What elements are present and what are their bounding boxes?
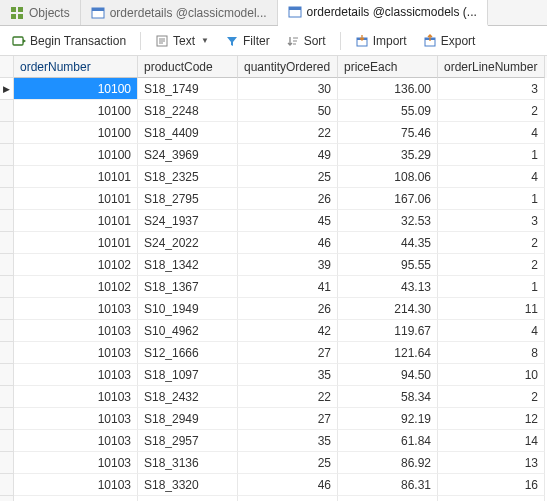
table-row[interactable]: 10101S24_20224644.352 xyxy=(0,232,547,254)
cell-orderNumber[interactable]: 10103 xyxy=(14,364,138,386)
cell-orderNumber[interactable]: 10103 xyxy=(14,430,138,452)
cell-orderNumber[interactable]: 10103 xyxy=(14,342,138,364)
cell-orderNumber[interactable]: 10100 xyxy=(14,100,138,122)
tab-orderdetails-1[interactable]: orderdetails @classicmodel... xyxy=(81,0,278,25)
cell-productCode[interactable]: S18_3136 xyxy=(138,452,238,474)
cell-productCode[interactable]: S24_1937 xyxy=(138,210,238,232)
table-row[interactable]: 10102S18_13423995.552 xyxy=(0,254,547,276)
cell-orderNumber[interactable]: 10103 xyxy=(14,408,138,430)
tab-orderdetails-2[interactable]: orderdetails @classicmodels (... xyxy=(278,0,488,26)
table-row[interactable]: 10100S24_39694935.291 xyxy=(0,144,547,166)
table-row[interactable]: 10102S18_13674143.131 xyxy=(0,276,547,298)
cell-priceEach[interactable]: 86.92 xyxy=(338,452,438,474)
cell-quantityOrdered[interactable]: 42 xyxy=(238,320,338,342)
table-row[interactable]: 10103S10_496242119.674 xyxy=(0,320,547,342)
begin-transaction-button[interactable]: Begin Transaction xyxy=(6,32,132,50)
cell-quantityOrdered[interactable]: 30 xyxy=(238,78,338,100)
cell-orderLineNumber[interactable]: 1 xyxy=(438,144,545,166)
cell-quantityOrdered[interactable]: 39 xyxy=(238,254,338,276)
cell-orderLineNumber[interactable]: 8 xyxy=(438,342,545,364)
cell-priceEach[interactable]: 92.19 xyxy=(338,408,438,430)
cell-orderLineNumber[interactable]: 3 xyxy=(438,78,545,100)
cell-productCode[interactable]: S18_2432 xyxy=(138,386,238,408)
table-row[interactable]: 10103S18_29492792.1912 xyxy=(0,408,547,430)
cell-quantityOrdered[interactable]: 49 xyxy=(238,144,338,166)
text-button[interactable]: Text ▼ xyxy=(149,32,215,50)
cell-orderNumber[interactable]: 10103 xyxy=(14,320,138,342)
cell-priceEach[interactable]: 98.07 xyxy=(338,496,438,501)
table-row[interactable]: 10103S18_46003698.075 xyxy=(0,496,547,501)
cell-orderLineNumber[interactable]: 2 xyxy=(438,386,545,408)
cell-orderLineNumber[interactable]: 12 xyxy=(438,408,545,430)
cell-quantityOrdered[interactable]: 35 xyxy=(238,430,338,452)
cell-orderNumber[interactable]: 10101 xyxy=(14,166,138,188)
cell-quantityOrdered[interactable]: 27 xyxy=(238,342,338,364)
sort-button[interactable]: Sort xyxy=(280,32,332,50)
col-header-orderNumber[interactable]: orderNumber xyxy=(14,56,138,78)
cell-quantityOrdered[interactable]: 45 xyxy=(238,210,338,232)
cell-orderNumber[interactable]: 10103 xyxy=(14,474,138,496)
data-grid[interactable]: orderNumber productCode quantityOrdered … xyxy=(0,56,547,501)
cell-orderLineNumber[interactable]: 11 xyxy=(438,298,545,320)
cell-productCode[interactable]: S18_4409 xyxy=(138,122,238,144)
cell-productCode[interactable]: S12_1666 xyxy=(138,342,238,364)
cell-orderNumber[interactable]: 10103 xyxy=(14,386,138,408)
table-row[interactable]: 10103S18_24322258.342 xyxy=(0,386,547,408)
cell-priceEach[interactable]: 108.06 xyxy=(338,166,438,188)
table-row[interactable]: 10103S18_29573561.8414 xyxy=(0,430,547,452)
cell-priceEach[interactable]: 35.29 xyxy=(338,144,438,166)
col-header-orderLineNumber[interactable]: orderLineNumber xyxy=(438,56,545,78)
import-button[interactable]: Import xyxy=(349,32,413,50)
cell-orderNumber[interactable]: 10101 xyxy=(14,210,138,232)
cell-orderNumber[interactable]: 10100 xyxy=(14,122,138,144)
table-row[interactable]: 10103S10_194926214.3011 xyxy=(0,298,547,320)
cell-quantityOrdered[interactable]: 25 xyxy=(238,452,338,474)
col-header-quantityOrdered[interactable]: quantityOrdered xyxy=(238,56,338,78)
cell-orderLineNumber[interactable]: 16 xyxy=(438,474,545,496)
cell-orderNumber[interactable]: 10101 xyxy=(14,232,138,254)
cell-productCode[interactable]: S18_3320 xyxy=(138,474,238,496)
cell-orderNumber[interactable]: 10102 xyxy=(14,254,138,276)
table-row[interactable]: 10103S18_31362586.9213 xyxy=(0,452,547,474)
cell-orderLineNumber[interactable]: 2 xyxy=(438,232,545,254)
cell-priceEach[interactable]: 61.84 xyxy=(338,430,438,452)
cell-orderNumber[interactable]: 10102 xyxy=(14,276,138,298)
cell-productCode[interactable]: S18_1097 xyxy=(138,364,238,386)
cell-priceEach[interactable]: 43.13 xyxy=(338,276,438,298)
cell-orderLineNumber[interactable]: 5 xyxy=(438,496,545,501)
cell-orderLineNumber[interactable]: 4 xyxy=(438,320,545,342)
cell-productCode[interactable]: S18_2325 xyxy=(138,166,238,188)
cell-priceEach[interactable]: 121.64 xyxy=(338,342,438,364)
cell-priceEach[interactable]: 95.55 xyxy=(338,254,438,276)
cell-orderNumber[interactable]: 10100 xyxy=(14,144,138,166)
export-button[interactable]: Export xyxy=(417,32,482,50)
table-row[interactable]: 10101S18_232525108.064 xyxy=(0,166,547,188)
cell-priceEach[interactable]: 119.67 xyxy=(338,320,438,342)
table-row[interactable]: 10103S18_10973594.5010 xyxy=(0,364,547,386)
cell-productCode[interactable]: S18_2949 xyxy=(138,408,238,430)
col-header-productCode[interactable]: productCode xyxy=(138,56,238,78)
cell-productCode[interactable]: S18_1367 xyxy=(138,276,238,298)
cell-quantityOrdered[interactable]: 27 xyxy=(238,408,338,430)
cell-priceEach[interactable]: 136.00 xyxy=(338,78,438,100)
table-row[interactable]: 10101S18_279526167.061 xyxy=(0,188,547,210)
cell-orderLineNumber[interactable]: 2 xyxy=(438,254,545,276)
table-row[interactable]: 10100S18_44092275.464 xyxy=(0,122,547,144)
cell-priceEach[interactable]: 44.35 xyxy=(338,232,438,254)
table-row[interactable]: 10103S18_33204686.3116 xyxy=(0,474,547,496)
cell-orderLineNumber[interactable]: 10 xyxy=(438,364,545,386)
cell-orderLineNumber[interactable]: 4 xyxy=(438,166,545,188)
cell-productCode[interactable]: S18_2957 xyxy=(138,430,238,452)
table-row[interactable]: 10103S12_166627121.648 xyxy=(0,342,547,364)
cell-orderNumber[interactable]: 10101 xyxy=(14,188,138,210)
cell-priceEach[interactable]: 86.31 xyxy=(338,474,438,496)
col-header-priceEach[interactable]: priceEach xyxy=(338,56,438,78)
cell-productCode[interactable]: S24_3969 xyxy=(138,144,238,166)
cell-orderLineNumber[interactable]: 4 xyxy=(438,122,545,144)
cell-orderLineNumber[interactable]: 3 xyxy=(438,210,545,232)
cell-priceEach[interactable]: 94.50 xyxy=(338,364,438,386)
cell-quantityOrdered[interactable]: 46 xyxy=(238,474,338,496)
table-row[interactable]: 10101S24_19374532.533 xyxy=(0,210,547,232)
cell-productCode[interactable]: S18_1342 xyxy=(138,254,238,276)
cell-priceEach[interactable]: 58.34 xyxy=(338,386,438,408)
